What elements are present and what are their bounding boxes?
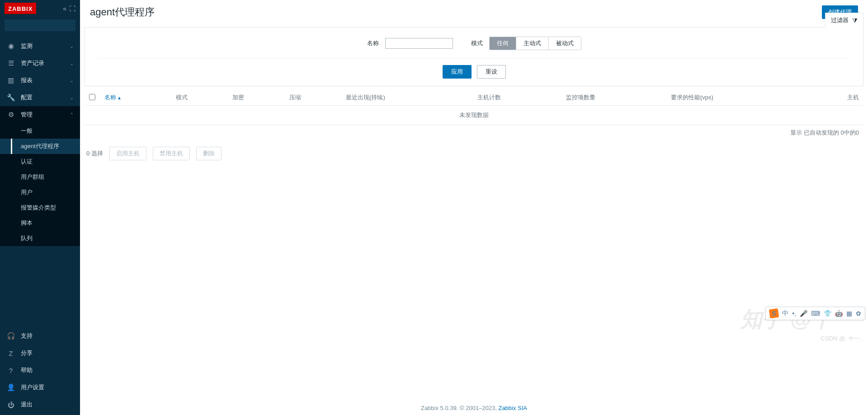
nav-label: 管理 [21, 111, 33, 119]
filter-name-input[interactable] [385, 38, 453, 49]
nav-label: 用户设置 [21, 383, 44, 392]
nav-config[interactable]: 🔧配置⌄ [0, 89, 80, 106]
sub-mediatypes[interactable]: 报警媒介类型 [0, 200, 80, 215]
nav-monitoring[interactable]: ◉监测⌄ [0, 37, 80, 55]
logo-row: ZABBIX « ⛶ [0, 0, 80, 17]
bottom-nav: 🎧支持 Z分享 ?帮助 👤用户设置 ⏻退出 [0, 327, 80, 415]
col-vps[interactable]: 要求的性能(vps) [666, 90, 807, 106]
select-all-checkbox[interactable] [89, 94, 95, 100]
filter-icon: ⧩ [852, 17, 858, 24]
search-input[interactable] [8, 22, 84, 29]
csdn-watermark: CSDN @. 十一. [821, 335, 862, 343]
ime-skin-icon[interactable]: 👕 [824, 310, 831, 317]
selection-count: 0 选择 [86, 149, 103, 158]
filter-mode-label: 模式 [471, 39, 483, 47]
filter-mode-field: 模式 任何 主动式 被动式 [471, 37, 581, 50]
nav-admin[interactable]: ⚙管理⌃ [0, 106, 80, 123]
nav-share[interactable]: Z分享 [0, 345, 80, 362]
help-icon: ? [6, 367, 15, 374]
filter-name-label: 名称 [367, 39, 379, 47]
wrench-icon: 🔧 [6, 93, 15, 102]
filter-box: 名称 模式 任何 主动式 被动式 应用 [85, 27, 863, 86]
bulk-actions: 0 选择 启用主机 禁用主机 删除 [85, 140, 863, 160]
chevron-down-icon: ⌄ [70, 61, 74, 66]
eye-icon: ◉ [6, 42, 15, 50]
sub-general[interactable]: 一般 [0, 123, 80, 139]
nav-label: 配置 [21, 93, 33, 102]
fullscreen-icon[interactable]: ⛶ [69, 5, 75, 12]
mode-any-button[interactable]: 任何 [490, 37, 516, 50]
col-mode[interactable]: 模式 [171, 90, 228, 106]
sub-auth[interactable]: 认证 [0, 154, 80, 169]
disable-hosts-button[interactable]: 禁用主机 [153, 147, 190, 160]
share-icon: Z [6, 350, 15, 357]
footer-link[interactable]: Zabbix SIA [498, 405, 527, 411]
nav-reports[interactable]: ▥报表⌄ [0, 72, 80, 89]
filter-container: 过滤器 ⧩ 名称 模式 任何 主动式 [85, 27, 863, 86]
mode-segment: 任何 主动式 被动式 [489, 37, 581, 50]
chart-icon: ▥ [6, 76, 15, 84]
ime-punct-icon[interactable]: •, [792, 310, 796, 317]
ime-grid-icon[interactable]: ▦ [846, 310, 852, 317]
enable-hosts-button[interactable]: 启用主机 [109, 147, 146, 160]
ime-lang-icon[interactable]: 中 [782, 309, 788, 317]
nav-label: 资产记录 [21, 59, 44, 67]
gear-icon: ⚙ [6, 111, 15, 119]
sub-usergroups[interactable]: 用户群组 [0, 169, 80, 185]
empty-message: 未发现数据 [85, 106, 863, 125]
col-name[interactable]: 名称▲ [100, 90, 171, 106]
ime-keyboard-icon[interactable]: ⌨ [811, 310, 820, 317]
ime-logo-icon: S [769, 308, 779, 319]
col-hostcount[interactable]: 主机计数 [473, 90, 561, 106]
mode-passive-button[interactable]: 被动式 [549, 37, 581, 50]
col-compression[interactable]: 压缩 [285, 90, 341, 106]
apply-button[interactable]: 应用 [443, 65, 472, 79]
list-icon: ☰ [6, 59, 15, 67]
ime-robot-icon[interactable]: 🤖 [835, 310, 843, 317]
power-icon: ⏻ [6, 401, 15, 409]
nav-support[interactable]: 🎧支持 [0, 327, 80, 345]
empty-row: 未发现数据 [85, 106, 863, 125]
delete-button[interactable]: 删除 [196, 147, 222, 160]
col-lastseen[interactable]: 最近出现(持续) [341, 90, 473, 106]
chevron-down-icon: ⌄ [70, 43, 74, 49]
ime-settings-icon[interactable]: ✿ [856, 310, 861, 317]
nav-inventory[interactable]: ☰资产记录⌄ [0, 55, 80, 72]
headset-icon: 🎧 [6, 332, 15, 340]
col-host[interactable]: 主机 [807, 90, 864, 106]
mode-active-button[interactable]: 主动式 [516, 37, 549, 50]
nav-label: 分享 [21, 349, 33, 357]
sub-queue[interactable]: 队列 [0, 231, 80, 246]
logo[interactable]: ZABBIX [5, 3, 36, 14]
col-encryption[interactable]: 加密 [228, 90, 284, 106]
footer-text: Zabbix 5.0.39. © 2001–2023, [421, 405, 498, 411]
filter-tab[interactable]: 过滤器 ⧩ [825, 13, 863, 28]
collapse-icon[interactable]: « [63, 5, 66, 12]
chevron-down-icon: ⌄ [70, 78, 74, 84]
ime-mic-icon[interactable]: 🎤 [800, 310, 807, 317]
sidebar: ZABBIX « ⛶ 🔍 ◉监测⌄ ☰资产记录⌄ ▥报表⌄ 🔧配置⌄ ⚙管理⌃ … [0, 0, 80, 415]
nav-label: 支持 [21, 332, 33, 340]
page-footer: Zabbix 5.0.39. © 2001–2023, Zabbix SIA [80, 396, 868, 415]
sort-asc-icon: ▲ [117, 95, 122, 100]
nav-label: 报表 [21, 76, 33, 84]
user-icon: 👤 [6, 383, 15, 392]
main-content: agent代理程序 创建代理 过滤器 ⧩ 名称 模式 [80, 0, 868, 415]
table-footer: 显示 已自动发现的 0中的0 [85, 125, 863, 140]
filter-tab-label: 过滤器 [831, 16, 849, 24]
col-itemcount[interactable]: 监控项数量 [561, 90, 666, 106]
admin-subnav: 一般 agent代理程序 认证 用户群组 用户 报警媒介类型 脚本 队列 [0, 123, 80, 246]
nav-usersettings[interactable]: 👤用户设置 [0, 379, 80, 396]
table-summary: 显示 已自动发现的 0中的0 [790, 129, 859, 137]
nav-help[interactable]: ?帮助 [0, 362, 80, 379]
reset-button[interactable]: 重设 [477, 65, 506, 79]
ime-toolbar[interactable]: S 中 •, 🎤 ⌨ 👕 🤖 ▦ ✿ [765, 307, 865, 320]
main-nav: ◉监测⌄ ☰资产记录⌄ ▥报表⌄ 🔧配置⌄ ⚙管理⌃ [0, 37, 80, 123]
sub-users[interactable]: 用户 [0, 185, 80, 200]
proxy-table: 名称▲ 模式 加密 压缩 最近出现(持续) 主机计数 监控项数量 要求的性能(v… [85, 90, 863, 125]
nav-logout[interactable]: ⏻退出 [0, 396, 80, 413]
sidebar-search[interactable]: 🔍 [5, 19, 75, 31]
page-title: agent代理程序 [90, 5, 155, 19]
sub-scripts[interactable]: 脚本 [0, 215, 80, 231]
sub-proxies[interactable]: agent代理程序 [0, 139, 80, 154]
